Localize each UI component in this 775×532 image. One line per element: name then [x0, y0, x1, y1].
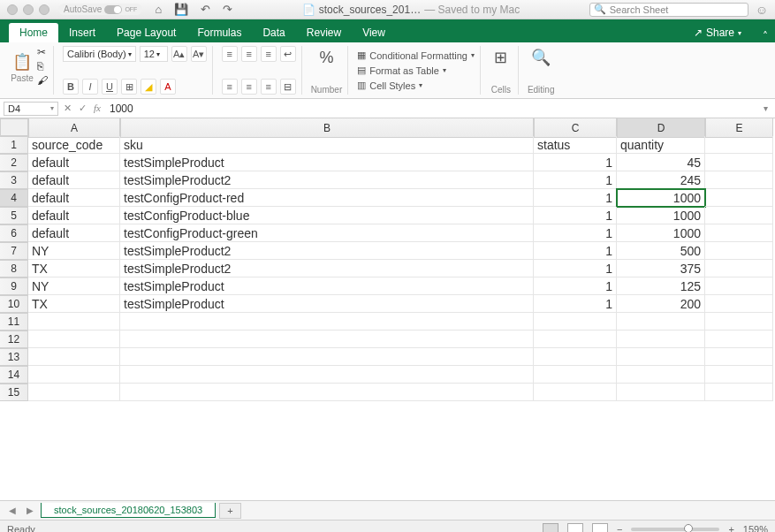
row-header[interactable]: 5 — [0, 207, 28, 224]
decrease-font-icon[interactable]: A▾ — [191, 46, 207, 62]
cell-B8[interactable]: testSimpleProduct2 — [120, 260, 534, 277]
zoom-thumb[interactable] — [684, 524, 693, 533]
cell-C9[interactable]: 1 — [534, 277, 617, 295]
cell-D13[interactable] — [617, 348, 705, 366]
align-center-icon[interactable]: ≡ — [241, 79, 257, 95]
underline-button[interactable]: U — [102, 79, 118, 95]
row-header[interactable]: 13 — [0, 348, 28, 366]
cell-B6[interactable]: testConfigProduct-green — [120, 224, 534, 242]
feedback-icon[interactable]: ☺ — [756, 3, 768, 17]
row-header[interactable]: 6 — [0, 224, 28, 242]
expand-formula-bar-icon[interactable]: ▾ — [760, 103, 771, 113]
paste-icon[interactable]: 📋 — [11, 50, 34, 73]
maximize-window-button[interactable] — [39, 4, 49, 15]
editing-icon[interactable]: 🔍 — [529, 46, 552, 69]
align-left-icon[interactable]: ≡ — [222, 79, 238, 95]
align-right-icon[interactable]: ≡ — [261, 79, 277, 95]
row-header[interactable]: 14 — [0, 366, 28, 384]
cell-E13[interactable] — [705, 348, 773, 366]
cell-B1[interactable]: sku — [120, 136, 534, 154]
cell-E11[interactable] — [705, 313, 773, 331]
column-header-A[interactable]: A — [28, 118, 120, 138]
bold-button[interactable]: B — [63, 79, 79, 95]
border-button[interactable]: ⊞ — [121, 79, 137, 95]
row-header[interactable]: 4 — [0, 189, 28, 207]
row-header[interactable]: 10 — [0, 295, 28, 313]
cell-B13[interactable] — [120, 348, 534, 366]
copy-icon[interactable]: ⎘ — [37, 60, 48, 72]
align-bottom-icon[interactable]: ≡ — [261, 46, 277, 62]
cut-icon[interactable]: ✂ — [37, 46, 48, 58]
column-header-C[interactable]: C — [534, 118, 617, 138]
cell-E1[interactable] — [705, 136, 773, 154]
cell-B9[interactable]: testSimpleProduct — [120, 277, 534, 295]
page-layout-view-button[interactable] — [567, 523, 583, 533]
cell-B14[interactable] — [120, 366, 534, 384]
cell-E10[interactable] — [705, 295, 773, 313]
font-color-button[interactable]: A — [160, 79, 176, 95]
column-header-D[interactable]: D — [617, 118, 705, 138]
align-top-icon[interactable]: ≡ — [222, 46, 238, 62]
cell-B7[interactable]: testSimpleProduct2 — [120, 242, 534, 260]
cell-E8[interactable] — [705, 260, 773, 277]
italic-button[interactable]: I — [82, 79, 98, 95]
undo-icon[interactable]: ↶ — [201, 3, 210, 16]
cell-A15[interactable] — [28, 384, 120, 401]
cell-C5[interactable]: 1 — [534, 207, 617, 224]
merge-cells-icon[interactable]: ⊟ — [280, 79, 296, 95]
cell-A2[interactable]: default — [28, 154, 120, 171]
cell-styles-button[interactable]: ▥Cell Styles▾ — [357, 80, 475, 91]
row-header[interactable]: 3 — [0, 171, 28, 189]
row-header[interactable]: 12 — [0, 331, 28, 348]
cell-D1[interactable]: quantity — [617, 136, 705, 154]
conditional-formatting-button[interactable]: ▦Conditional Formatting▾ — [357, 49, 475, 61]
cell-D3[interactable]: 245 — [617, 171, 705, 189]
row-header[interactable]: 15 — [0, 384, 28, 401]
cell-C8[interactable]: 1 — [534, 260, 617, 277]
cell-C12[interactable] — [534, 331, 617, 348]
cell-D7[interactable]: 500 — [617, 242, 705, 260]
formula-input[interactable]: 1000 — [106, 103, 755, 115]
normal-view-button[interactable] — [543, 523, 558, 533]
cell-B12[interactable] — [120, 331, 534, 348]
cell-B2[interactable]: testSimpleProduct — [120, 154, 534, 171]
cell-B4[interactable]: testConfigProduct-red — [120, 189, 534, 207]
cell-E14[interactable] — [705, 366, 773, 384]
cell-A11[interactable] — [28, 313, 120, 331]
add-sheet-button[interactable]: + — [219, 503, 240, 519]
cell-A6[interactable]: default — [28, 224, 120, 242]
cell-D12[interactable] — [617, 331, 705, 348]
page-break-view-button[interactable] — [592, 523, 608, 533]
tab-formulas[interactable]: Formulas — [186, 23, 252, 42]
cell-E3[interactable] — [705, 171, 773, 189]
autosave-toggle[interactable]: AutoSave OFF — [58, 4, 142, 15]
cell-D6[interactable]: 1000 — [617, 224, 705, 242]
cell-C3[interactable]: 1 — [534, 171, 617, 189]
row-header[interactable]: 9 — [0, 277, 28, 295]
format-as-table-button[interactable]: ▤Format as Table▾ — [357, 65, 475, 76]
format-painter-icon[interactable]: 🖌 — [37, 74, 48, 87]
row-header[interactable]: 8 — [0, 260, 28, 277]
cell-E12[interactable] — [705, 331, 773, 348]
close-window-button[interactable] — [7, 4, 18, 15]
search-sheet-input[interactable]: 🔍 Search Sheet — [589, 3, 748, 17]
tab-page-layout[interactable]: Page Layout — [106, 23, 186, 42]
tab-home[interactable]: Home — [9, 23, 58, 42]
cell-E2[interactable] — [705, 154, 773, 171]
cell-C10[interactable]: 1 — [534, 295, 617, 313]
cell-C4[interactable]: 1 — [534, 189, 617, 207]
cell-D9[interactable]: 125 — [617, 277, 705, 295]
row-header[interactable]: 7 — [0, 242, 28, 260]
cell-C2[interactable]: 1 — [534, 154, 617, 171]
cell-A13[interactable] — [28, 348, 120, 366]
redo-icon[interactable]: ↷ — [223, 3, 232, 16]
cell-B3[interactable]: testSimpleProduct2 — [120, 171, 534, 189]
cells-icon[interactable]: ⊞ — [490, 46, 513, 69]
next-sheet-icon[interactable]: ▶ — [23, 505, 37, 515]
column-header-E[interactable]: E — [705, 118, 773, 138]
cell-D5[interactable]: 1000 — [617, 207, 705, 224]
font-size-selector[interactable]: 12▾ — [140, 46, 168, 62]
tab-view[interactable]: View — [352, 23, 396, 42]
cell-D11[interactable] — [617, 313, 705, 331]
increase-font-icon[interactable]: A▴ — [171, 46, 187, 62]
